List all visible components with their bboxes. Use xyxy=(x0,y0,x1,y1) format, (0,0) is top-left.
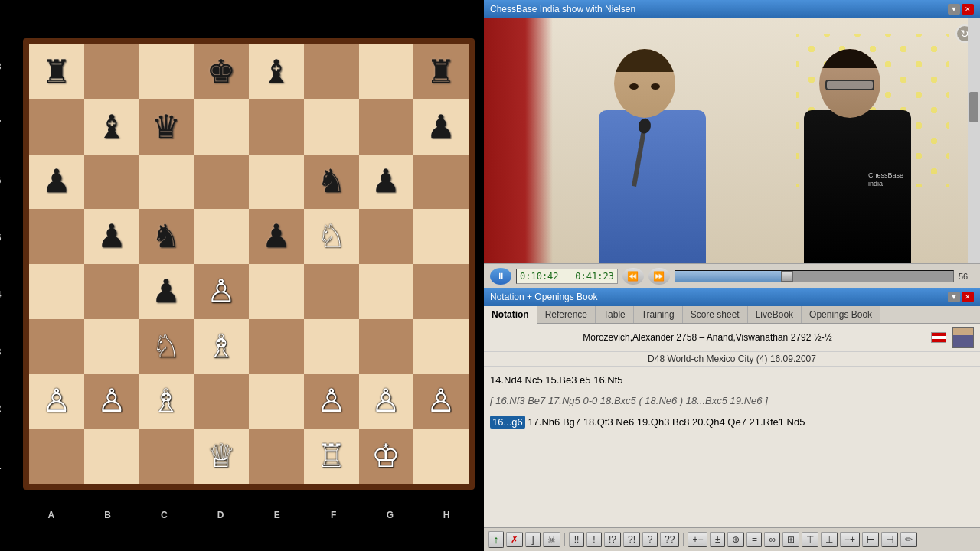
toolbar-plus-equal[interactable]: ± xyxy=(710,532,725,547)
square-h3[interactable] xyxy=(413,319,469,374)
toolbar-question[interactable]: ? xyxy=(642,532,658,547)
square-c5[interactable]: ♞ xyxy=(139,209,194,264)
square-d4[interactable]: ♙ xyxy=(194,264,249,319)
square-f5[interactable]: ♘ xyxy=(304,209,359,264)
square-h4[interactable] xyxy=(413,264,469,319)
scrollbar-track[interactable] xyxy=(968,18,980,263)
square-a8[interactable]: ♜ xyxy=(29,44,84,99)
progress-thumb[interactable] xyxy=(781,271,793,282)
square-h2[interactable]: ♙ xyxy=(413,374,469,429)
pause-button[interactable]: ⏸ xyxy=(490,268,511,285)
square-d1[interactable]: ♕ xyxy=(194,429,249,484)
square-h8[interactable]: ♜ xyxy=(413,44,469,99)
square-c6[interactable] xyxy=(139,155,194,210)
square-e8[interactable]: ♝ xyxy=(249,44,304,99)
highlighted-move[interactable]: 16...g6 xyxy=(490,416,525,429)
square-g5[interactable] xyxy=(359,209,414,264)
square-f2[interactable]: ♙ xyxy=(304,374,359,429)
square-b6[interactable] xyxy=(84,155,139,210)
square-e3[interactable] xyxy=(249,319,304,374)
toolbar-unclear[interactable]: ∞ xyxy=(764,532,780,547)
square-g8[interactable] xyxy=(359,44,414,99)
tab-livebook[interactable]: LiveBook xyxy=(748,306,802,323)
square-c1[interactable] xyxy=(139,429,194,484)
toolbar-exclaim-question[interactable]: !? xyxy=(604,532,621,547)
square-a5[interactable] xyxy=(29,209,84,264)
square-b5[interactable]: ♟ xyxy=(84,209,139,264)
square-d7[interactable] xyxy=(194,99,249,155)
toolbar-double-question[interactable]: ?? xyxy=(660,532,679,547)
rewind-button[interactable]: ⏪ xyxy=(622,268,644,285)
square-f7[interactable] xyxy=(304,99,359,155)
toolbar-decisive-black[interactable]: −+ xyxy=(840,532,860,547)
square-b7[interactable]: ♝ xyxy=(84,99,139,155)
square-d5[interactable] xyxy=(194,209,249,264)
tab-table[interactable]: Table xyxy=(596,306,634,323)
minimize-button[interactable]: ▼ xyxy=(948,4,960,15)
square-a3[interactable] xyxy=(29,319,84,374)
toolbar-down-symbol[interactable]: ⊥ xyxy=(821,532,838,547)
square-f3[interactable] xyxy=(304,319,359,374)
square-b1[interactable] xyxy=(84,429,139,484)
toolbar-space[interactable]: ⊞ xyxy=(782,532,799,547)
forward-button[interactable]: ⏩ xyxy=(648,268,670,285)
square-g4[interactable] xyxy=(359,264,414,319)
square-b8[interactable] xyxy=(84,44,139,99)
notation-minimize-button[interactable]: ▼ xyxy=(948,292,960,302)
square-c2[interactable]: ♗ xyxy=(139,374,194,429)
square-a1[interactable] xyxy=(29,429,84,484)
toolbar-decisive-white[interactable]: +− xyxy=(688,532,707,547)
video-scrollbar[interactable] xyxy=(968,18,980,263)
scrollbar-thumb[interactable] xyxy=(969,92,978,122)
toolbar-small-advantage[interactable]: ⊕ xyxy=(727,532,744,547)
square-d8[interactable]: ♚ xyxy=(194,44,249,99)
square-e7[interactable] xyxy=(249,99,304,155)
square-a4[interactable] xyxy=(29,264,84,319)
tab-notation[interactable]: Notation xyxy=(484,306,537,324)
square-e6[interactable] xyxy=(249,155,304,210)
close-button[interactable]: ✕ xyxy=(962,4,974,15)
notation-close-button[interactable]: ✕ xyxy=(962,292,974,302)
square-d3[interactable]: ♗ xyxy=(194,319,249,374)
toolbar-pencil[interactable]: ✏ xyxy=(900,532,917,547)
square-f8[interactable] xyxy=(304,44,359,99)
tab-training[interactable]: Training xyxy=(634,306,683,323)
square-h5[interactable] xyxy=(413,209,469,264)
square-h7[interactable]: ♟ xyxy=(413,99,469,155)
square-e4[interactable] xyxy=(249,264,304,319)
square-h6[interactable] xyxy=(413,155,469,210)
square-e5[interactable]: ♟ xyxy=(249,209,304,264)
toolbar-question-exclaim[interactable]: ?! xyxy=(623,532,640,547)
square-e1[interactable] xyxy=(249,429,304,484)
square-f4[interactable] xyxy=(304,264,359,319)
square-f1[interactable]: ♖ xyxy=(304,429,359,484)
square-a6[interactable]: ♟ xyxy=(29,155,84,210)
square-f6[interactable]: ♞ xyxy=(304,155,359,210)
square-a7[interactable] xyxy=(29,99,84,155)
square-b2[interactable]: ♙ xyxy=(84,374,139,429)
toolbar-double-exclaim[interactable]: !! xyxy=(569,532,584,547)
square-g2[interactable]: ♙ xyxy=(359,374,414,429)
tab-openings-book[interactable]: Openings Book xyxy=(802,306,880,323)
square-e2[interactable] xyxy=(249,374,304,429)
square-d2[interactable] xyxy=(194,374,249,429)
toolbar-exclaim[interactable]: ! xyxy=(586,532,602,547)
square-g1[interactable]: ♔ xyxy=(359,429,414,484)
square-b3[interactable] xyxy=(84,319,139,374)
square-g6[interactable]: ♟ xyxy=(359,155,414,210)
square-h1[interactable] xyxy=(413,429,469,484)
square-c3[interactable]: ♘ xyxy=(139,319,194,374)
toolbar-delete[interactable]: ✗ xyxy=(506,532,523,547)
toolbar-defense[interactable]: ⊣ xyxy=(881,532,898,547)
square-d6[interactable] xyxy=(194,155,249,210)
square-g7[interactable] xyxy=(359,99,414,155)
square-c4[interactable]: ♟ xyxy=(139,264,194,319)
tab-reference[interactable]: Reference xyxy=(537,306,596,323)
square-a2[interactable]: ♙ xyxy=(29,374,84,429)
chess-board[interactable]: ♜♚♝♜♝♛♟♟♞♟♟♞♟♘♟♙♘♗♙♙♗♙♙♙♕♖♔ xyxy=(23,38,475,490)
toolbar-up-arrow[interactable]: ↑ xyxy=(488,531,504,548)
toolbar-skull[interactable]: ☠ xyxy=(543,532,560,547)
tab-score-sheet[interactable]: Score sheet xyxy=(683,306,748,323)
square-c7[interactable]: ♛ xyxy=(139,99,194,155)
progress-bar[interactable] xyxy=(675,270,954,282)
